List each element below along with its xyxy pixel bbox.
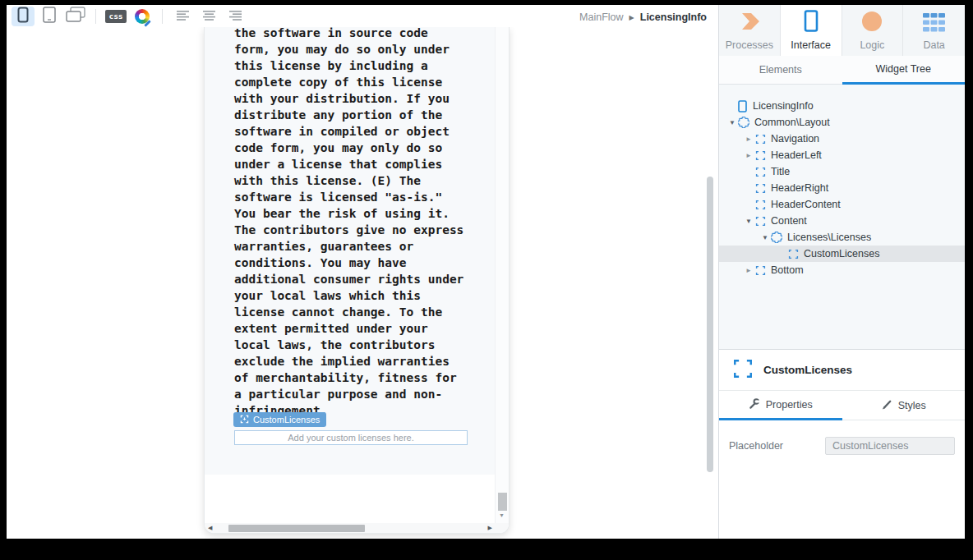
app-window: css MainFlow (7, 5, 965, 539)
placeholder-brackets-icon (754, 149, 767, 162)
phone-icon (17, 7, 29, 26)
scroll-right-icon[interactable]: ▶ (488, 525, 492, 531)
right-panel: Processes Interface Logic (718, 5, 965, 539)
custom-licenses-placeholder[interactable]: Add your custom licenses here. (234, 430, 468, 445)
tab-interface[interactable]: Interface (781, 5, 842, 56)
placeholder-brackets-icon (754, 132, 767, 145)
wrench-icon (749, 397, 760, 412)
widget-selection-badge[interactable]: CustomLicenses (233, 412, 326, 427)
phone-preview: the software in source code form, you ma… (204, 27, 510, 534)
toolbar-divider (162, 9, 163, 24)
processes-chevron-icon (739, 11, 760, 35)
theme-colors-button[interactable] (131, 7, 154, 26)
canvas-scrollbar-thumb[interactable] (707, 177, 713, 472)
placeholder-brackets-icon (754, 198, 767, 211)
brush-icon (881, 398, 892, 413)
tablet-landscape-icon (65, 6, 86, 27)
placeholder-brackets-icon (240, 415, 249, 425)
horizontal-scroll-thumb[interactable] (228, 525, 365, 532)
placeholder-value-input[interactable] (825, 437, 955, 455)
tree-item-content[interactable]: ▼ Content (719, 213, 965, 229)
phone-horizontal-scrollbar[interactable]: ◀ ▶ (205, 523, 510, 534)
tree-item-bottom[interactable]: ► Bottom (719, 262, 965, 278)
device-tablet-button[interactable] (38, 7, 61, 26)
collapse-arrow-icon[interactable]: ► (744, 152, 754, 159)
main-nav-tabs: Processes Interface Logic (719, 5, 965, 56)
screen-content: the software in source code form, you ma… (205, 27, 496, 475)
interface-phone-icon (800, 10, 822, 35)
tab-processes[interactable]: Processes (719, 5, 781, 56)
vertical-scroll-thumb[interactable] (498, 493, 507, 511)
expand-arrow-icon[interactable]: ▼ (744, 218, 754, 225)
expand-arrow-icon[interactable]: ▼ (760, 234, 770, 241)
scroll-left-icon[interactable]: ◀ (208, 525, 212, 531)
color-wheel-icon (135, 9, 150, 24)
breadcrumb-current: LicensingInfo (640, 11, 707, 23)
design-canvas: css MainFlow (7, 5, 718, 539)
panel-tabs: Elements Widget Tree (719, 56, 965, 85)
align-right-button[interactable] (224, 7, 247, 26)
collapse-arrow-icon[interactable]: ► (744, 267, 754, 274)
placeholder-brackets-icon (786, 247, 800, 260)
tree-item-headerleft[interactable]: ► HeaderLeft (719, 147, 965, 163)
placeholder-brackets-icon (732, 358, 754, 383)
device-landscape-button[interactable] (64, 7, 87, 26)
breadcrumb-parent[interactable]: MainFlow (579, 11, 624, 23)
tab-styles[interactable]: Styles (842, 391, 966, 420)
placeholder-brackets-icon (754, 264, 767, 277)
tree-item-licenses[interactable]: ▼ Licenses\Licenses (719, 229, 965, 246)
tab-elements[interactable]: Elements (719, 56, 842, 85)
tree-item-headercontent[interactable]: HeaderContent (719, 196, 965, 213)
align-center-button[interactable] (197, 7, 220, 26)
tree-item-title[interactable]: Title (719, 163, 965, 180)
tree-item-headerright[interactable]: HeaderRight (719, 180, 965, 196)
property-row-placeholder: Placeholder (719, 437, 965, 455)
toolbar-divider (95, 9, 96, 24)
properties-tabs: Properties Styles (719, 391, 965, 420)
phone-vertical-scrollbar[interactable]: ▼ (495, 27, 509, 523)
properties-header: CustomLicenses (719, 350, 965, 391)
screen-phone-icon (736, 99, 749, 112)
align-left-icon (176, 9, 190, 24)
selected-widget-name: CustomLicenses (763, 364, 852, 376)
logic-circle-icon (861, 11, 883, 35)
placeholder-box-text: Add your custom licenses here. (288, 433, 413, 443)
breadcrumb: MainFlow ▶ LicensingInfo (579, 11, 707, 24)
tree-item-customlicenses[interactable]: CustomLicenses (719, 246, 965, 262)
widget-tree: LicensingInfo ▼ Common\Layout ► Navigati… (719, 85, 965, 349)
widget-badge-label: CustomLicenses (253, 415, 320, 425)
scroll-down-icon[interactable]: ▼ (499, 512, 505, 518)
collapse-arrow-icon[interactable]: ► (744, 135, 754, 143)
placeholder-brackets-icon (754, 181, 767, 195)
css-icon: css (105, 10, 127, 23)
block-puzzle-icon (737, 116, 750, 129)
placeholder-brackets-icon (754, 165, 767, 178)
breadcrumb-arrow-icon: ▶ (629, 14, 634, 21)
device-phone-button[interactable] (12, 7, 35, 26)
license-text[interactable]: the software in source code form, you ma… (234, 27, 485, 419)
align-left-button[interactable] (171, 7, 194, 26)
tree-item-common-layout[interactable]: ▼ Common\Layout (719, 114, 965, 131)
tab-logic[interactable]: Logic (842, 5, 904, 56)
tab-properties[interactable]: Properties (719, 391, 842, 420)
align-right-icon (228, 9, 242, 24)
css-button[interactable]: css (104, 7, 127, 26)
data-grid-icon (923, 13, 945, 35)
property-label: Placeholder (729, 440, 783, 452)
tab-data[interactable]: Data (903, 5, 965, 56)
tablet-icon (43, 7, 56, 26)
properties-panel: CustomLicenses Properties Styles Place (719, 349, 965, 539)
placeholder-brackets-icon (754, 214, 767, 227)
tab-widget-tree[interactable]: Widget Tree (842, 56, 966, 85)
tree-item-licensinginfo[interactable]: LicensingInfo (719, 98, 965, 114)
expand-arrow-icon[interactable]: ▼ (727, 119, 737, 126)
align-center-icon (202, 9, 216, 24)
block-puzzle-icon (770, 231, 783, 244)
tree-item-navigation[interactable]: ► Navigation (719, 131, 965, 147)
